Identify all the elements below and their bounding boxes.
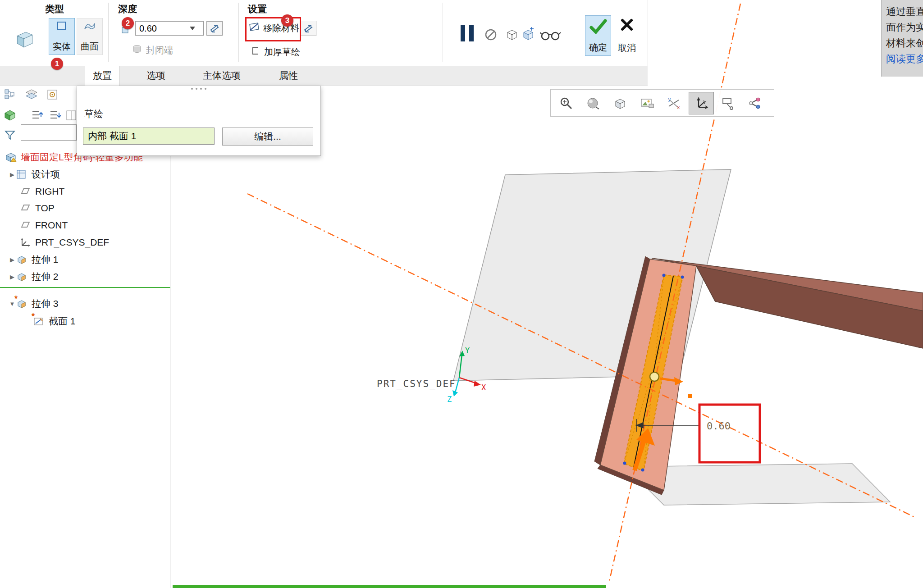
tree-filter-input[interactable] bbox=[21, 124, 77, 141]
panel-grip[interactable] bbox=[191, 88, 206, 90]
edit-sketch-button[interactable]: 编辑... bbox=[222, 128, 313, 146]
depth-dropdown-caret[interactable] bbox=[190, 27, 195, 30]
settings-group-label: 设置 bbox=[248, 3, 267, 15]
remove-material-flip-button[interactable] bbox=[300, 21, 316, 36]
depth-combo[interactable] bbox=[135, 21, 204, 36]
datum-plane-icon bbox=[20, 187, 32, 196]
expander-icon[interactable]: ▶ bbox=[8, 171, 16, 178]
group-separator bbox=[443, 3, 443, 62]
remove-material-label: 移除材料 bbox=[263, 22, 299, 34]
tree-item-csys[interactable]: PRT_CSYS_DEF bbox=[0, 234, 190, 251]
centerline-reference-point[interactable] bbox=[688, 394, 692, 398]
ok-button[interactable]: 确定 bbox=[585, 15, 611, 56]
group-separator bbox=[238, 3, 239, 62]
graphics-toolbar: xy bbox=[550, 89, 774, 117]
capped-ends-label: 封闭端 bbox=[146, 44, 173, 56]
tree-item-extrude-2[interactable]: ▶ 拉伸 2 bbox=[0, 268, 178, 285]
csys-display-icon[interactable] bbox=[689, 92, 714, 114]
sketch-collector-input[interactable] bbox=[83, 128, 215, 145]
render-style-box-icon[interactable] bbox=[608, 92, 633, 114]
sketch-vertex-dot[interactable] bbox=[681, 276, 684, 279]
solid-icon bbox=[56, 20, 68, 34]
read-more-link[interactable]: 阅读更多 bbox=[886, 51, 923, 67]
surface-button[interactable]: 曲面 bbox=[77, 18, 103, 55]
sketch-vertex-dot[interactable] bbox=[623, 462, 626, 465]
depth-drag-handle[interactable] bbox=[650, 372, 659, 381]
axis-x-label: X bbox=[481, 383, 486, 392]
surface-icon bbox=[83, 20, 96, 34]
tree-item-label: TOP bbox=[35, 203, 55, 214]
datum-display-icon[interactable]: xy bbox=[662, 92, 687, 114]
layer-tree-icon[interactable] bbox=[24, 87, 39, 102]
tree-item-design-items[interactable]: ▶ 设计项 bbox=[0, 166, 178, 183]
cancel-button[interactable]: 取消 bbox=[614, 15, 640, 56]
tree-item-front-plane[interactable]: FRONT bbox=[0, 217, 190, 234]
tree-item-label: 设计项 bbox=[32, 168, 60, 181]
render-style-sphere-icon[interactable] bbox=[580, 92, 606, 114]
model-tree-icon[interactable] bbox=[3, 87, 17, 102]
sketch-label: 草绘 bbox=[84, 108, 103, 120]
callout-badge-1: 1 bbox=[51, 58, 63, 70]
feature-preview-icon[interactable] bbox=[521, 27, 535, 43]
pause-button[interactable] bbox=[461, 25, 474, 41]
tree-item-label: 拉伸 3 bbox=[32, 297, 59, 310]
spin-center-icon[interactable] bbox=[743, 92, 768, 114]
expander-icon[interactable]: ▶ bbox=[8, 256, 16, 263]
collapse-list-icon[interactable] bbox=[48, 108, 62, 123]
help-line: 通过垂直 bbox=[886, 4, 923, 19]
dashboard-tabstrip: 放置 选项 主体选项 属性 bbox=[0, 66, 648, 86]
tree-item-top-plane[interactable]: TOP bbox=[0, 200, 190, 217]
type-group-label: 类型 bbox=[45, 3, 64, 15]
group-separator bbox=[108, 3, 109, 62]
wireframe-preview-icon[interactable] bbox=[505, 27, 519, 43]
design-items-icon bbox=[16, 169, 28, 179]
tree-item-label: FRONT bbox=[35, 220, 68, 231]
expander-icon[interactable]: ▶ bbox=[8, 273, 16, 280]
csys-label[interactable]: PRT_CSYS_DEF bbox=[377, 378, 456, 389]
zoom-icon[interactable] bbox=[553, 92, 579, 114]
capped-ends-icon bbox=[132, 43, 142, 57]
thicken-sketch-option[interactable]: 加厚草绘 bbox=[250, 45, 300, 59]
dimension-value: 0.60 bbox=[707, 420, 731, 432]
appearance-capture-icon[interactable] bbox=[635, 92, 660, 114]
sketch-icon: * bbox=[33, 316, 45, 326]
insertion-indicator-line[interactable] bbox=[0, 287, 170, 288]
depth-flip-button[interactable] bbox=[206, 21, 223, 36]
tab-body-options[interactable]: 主体选项 bbox=[195, 66, 249, 86]
filter-funnel-icon[interactable] bbox=[3, 128, 17, 142]
model-tree-panel: 墙面固定L型角码-轻量多功能 ▶ 设计项 RIGHT TOP FRONT bbox=[0, 86, 170, 588]
verify-glasses-icon[interactable] bbox=[540, 29, 562, 43]
depth-value-input[interactable] bbox=[136, 23, 190, 34]
thicken-sketch-icon bbox=[250, 45, 260, 59]
modified-marker: * bbox=[14, 294, 18, 304]
tree-item-label: PRT_CSYS_DEF bbox=[35, 237, 109, 248]
tree-settings-icon[interactable] bbox=[45, 87, 59, 102]
sketch-vertex-dot[interactable] bbox=[641, 469, 644, 472]
tab-options[interactable]: 选项 bbox=[139, 66, 173, 86]
tree-item-label: 拉伸 2 bbox=[32, 270, 59, 283]
svg-text:y: y bbox=[668, 96, 671, 102]
svg-text:x: x bbox=[677, 105, 680, 110]
surface-label: 曲面 bbox=[81, 41, 99, 53]
part-icon bbox=[5, 152, 17, 162]
tree-item-right-plane[interactable]: RIGHT bbox=[0, 183, 190, 200]
active-model-icon[interactable] bbox=[3, 108, 17, 123]
no-preview-icon[interactable] bbox=[484, 28, 498, 43]
tree-item-extrude-1[interactable]: ▶ 拉伸 1 bbox=[0, 251, 178, 268]
datum-plane-icon bbox=[20, 203, 32, 213]
sketch-vertex-dot[interactable] bbox=[663, 274, 666, 277]
tab-placement[interactable]: 放置 bbox=[85, 66, 120, 86]
expand-list-icon[interactable] bbox=[30, 108, 44, 123]
solid-button[interactable]: 实体 bbox=[49, 18, 75, 55]
annotation-display-icon[interactable] bbox=[716, 92, 741, 114]
tree-item-section-1[interactable]: * 截面 1 bbox=[0, 313, 204, 330]
creo-window: Y X Z PRT_CSYS_DEF 0.60 类型 实体 bbox=[0, 0, 923, 588]
callout-badge-2: 2 bbox=[122, 17, 134, 29]
capped-ends-option: 封闭端 bbox=[132, 43, 173, 57]
tree-item-extrude-3[interactable]: ▼ * 拉伸 3 bbox=[0, 295, 178, 312]
ok-label: 确定 bbox=[589, 41, 607, 54]
placement-panel: 草绘 编辑... bbox=[77, 86, 321, 156]
tree-item-label: 拉伸 1 bbox=[32, 253, 59, 266]
ok-check-icon bbox=[588, 18, 608, 37]
tab-properties[interactable]: 属性 bbox=[270, 66, 306, 86]
